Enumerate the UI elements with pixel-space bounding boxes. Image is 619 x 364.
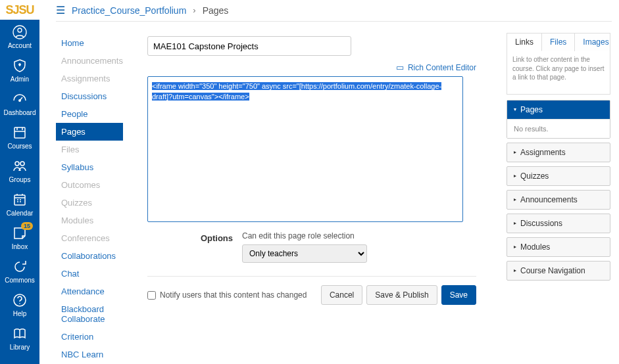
insert-header-label: Assignments	[520, 148, 566, 157]
svg-point-1	[18, 28, 22, 32]
insert-body: No results.	[507, 119, 610, 138]
options-label: Options	[147, 231, 233, 243]
course-nav-syllabus[interactable]: Syllabus	[56, 158, 123, 176]
caret-down-icon	[514, 106, 516, 112]
course-nav-nbc-learn[interactable]: NBC Learn	[56, 346, 123, 363]
editor-selected-text: <iframe width="350" height="750" async s…	[152, 82, 441, 101]
caret-right-icon	[514, 196, 516, 202]
footer-divider	[147, 276, 476, 277]
breadcrumb: ☰ Practice_Course_Portfolium › Pages	[56, 4, 228, 16]
course-nav-quizzes[interactable]: Quizzes	[56, 194, 123, 212]
nav-dashboard[interactable]: Dashboard	[0, 87, 39, 120]
caret-right-icon	[514, 149, 516, 155]
editing-roles-select[interactable]: Only teachers	[242, 244, 367, 263]
tab-files[interactable]: Files	[542, 34, 575, 51]
insert-header-pages[interactable]: Pages	[507, 101, 610, 119]
help-icon	[11, 292, 28, 309]
course-nav-assignments[interactable]: Assignments	[56, 70, 123, 87]
caret-right-icon	[514, 244, 516, 250]
inbox-badge: 15	[21, 222, 33, 230]
insert-header-label: Announcements	[520, 195, 578, 204]
insert-section-pages: PagesNo results.	[507, 100, 610, 139]
nav-account[interactable]: Account	[0, 20, 39, 53]
insert-section-modules: Modules	[507, 237, 610, 257]
insert-header-label: Discussions	[520, 219, 562, 228]
course-nav-discussions[interactable]: Discussions	[56, 87, 123, 105]
nav-commons[interactable]: Commons	[0, 254, 39, 288]
breadcrumb-course[interactable]: Practice_Course_Portfolium	[72, 5, 186, 16]
course-nav-pages[interactable]: Pages	[56, 123, 123, 141]
course-nav-conferences[interactable]: Conferences	[56, 229, 123, 247]
svg-point-5	[20, 162, 24, 166]
divider	[56, 21, 612, 22]
nav-groups[interactable]: Groups	[0, 154, 39, 187]
save-button[interactable]: Save	[441, 285, 476, 305]
svg-rect-3	[14, 127, 25, 138]
global-nav: SJSU Account Admin Dashboard Courses Gro…	[0, 0, 39, 364]
svg-point-2	[19, 100, 20, 101]
tab-links[interactable]: Links	[507, 34, 542, 51]
nav-library[interactable]: Library	[0, 321, 39, 355]
caret-right-icon	[514, 220, 516, 226]
groups-icon	[11, 158, 28, 175]
insert-section-discussions: Discussions	[507, 214, 610, 233]
insert-section-quizzes: Quizzes	[507, 166, 610, 186]
insert-instructions: Link to other content in the course. Cli…	[512, 55, 605, 82]
courses-icon	[11, 124, 28, 141]
footer-row: Notify users that this content has chang…	[147, 285, 476, 305]
insert-header-discussions[interactable]: Discussions	[507, 214, 610, 233]
caret-right-icon	[514, 267, 516, 273]
save-publish-button[interactable]: Save & Publish	[366, 285, 437, 305]
chevron-right-icon: ›	[193, 5, 195, 15]
course-nav-blackboard-collaborate[interactable]: Blackboard Collaborate	[56, 300, 123, 328]
institution-logo[interactable]: SJSU	[0, 0, 39, 20]
course-nav-attendance[interactable]: Attendance	[56, 283, 123, 300]
library-icon	[11, 325, 28, 342]
notify-label: Notify users that this content has chang…	[160, 290, 307, 300]
cancel-button[interactable]: Cancel	[321, 285, 362, 305]
insert-section-announcements: Announcements	[507, 190, 610, 210]
insert-header-assignments[interactable]: Assignments	[507, 143, 610, 162]
course-nav-files[interactable]: Files	[56, 141, 123, 158]
svg-point-8	[19, 303, 20, 304]
nav-courses[interactable]: Courses	[0, 120, 39, 154]
rich-content-editor-link[interactable]: Rich Content Editor	[408, 63, 476, 72]
insert-header-course-navigation[interactable]: Course Navigation	[507, 262, 610, 280]
insert-sidebar: Links Files Images Link to other content…	[507, 33, 610, 284]
account-icon	[11, 24, 28, 41]
nav-admin[interactable]: Admin	[0, 53, 39, 87]
insert-header-quizzes[interactable]: Quizzes	[507, 167, 610, 185]
insert-header-label: Quizzes	[520, 171, 549, 181]
caret-right-icon	[514, 173, 516, 179]
course-nav-outcomes[interactable]: Outcomes	[56, 176, 123, 194]
nav-calendar[interactable]: Calendar	[0, 187, 39, 221]
insert-header-announcements[interactable]: Announcements	[507, 191, 610, 209]
course-nav-announcements[interactable]: Announcements	[56, 52, 123, 70]
course-nav: HomeAnnouncementsAssignmentsDiscussionsP…	[56, 34, 123, 364]
insert-tabs: Links Files Images	[507, 33, 610, 51]
main-content: ▭ Rich Content Editor <iframe width="350…	[147, 36, 476, 263]
course-nav-home[interactable]: Home	[56, 34, 123, 52]
course-nav-chat[interactable]: Chat	[56, 265, 123, 283]
notify-checkbox[interactable]	[147, 291, 156, 300]
nav-inbox[interactable]: 15 Inbox	[0, 221, 39, 254]
nav-help[interactable]: Help	[0, 288, 39, 321]
tab-images[interactable]: Images	[575, 34, 616, 51]
calendar-icon	[11, 191, 28, 208]
course-nav-people[interactable]: People	[56, 105, 123, 123]
html-editor-textarea[interactable]: <iframe width="350" height="750" async s…	[147, 76, 463, 222]
course-nav-criterion[interactable]: Criterion	[56, 328, 123, 346]
svg-point-4	[15, 162, 19, 166]
course-nav-modules[interactable]: Modules	[56, 212, 123, 229]
hamburger-icon[interactable]: ☰	[56, 4, 65, 16]
shield-icon	[11, 57, 28, 74]
insert-header-modules[interactable]: Modules	[507, 238, 610, 256]
insert-section-course-navigation: Course Navigation	[507, 261, 610, 281]
course-nav-collaborations[interactable]: Collaborations	[56, 247, 123, 265]
insert-header-label: Modules	[520, 242, 550, 252]
insert-header-label: Pages	[520, 105, 543, 114]
page-title-input[interactable]	[147, 36, 351, 56]
commons-icon	[11, 258, 28, 275]
editor-mode-icon: ▭	[396, 62, 404, 72]
insert-header-label: Course Navigation	[520, 266, 585, 275]
